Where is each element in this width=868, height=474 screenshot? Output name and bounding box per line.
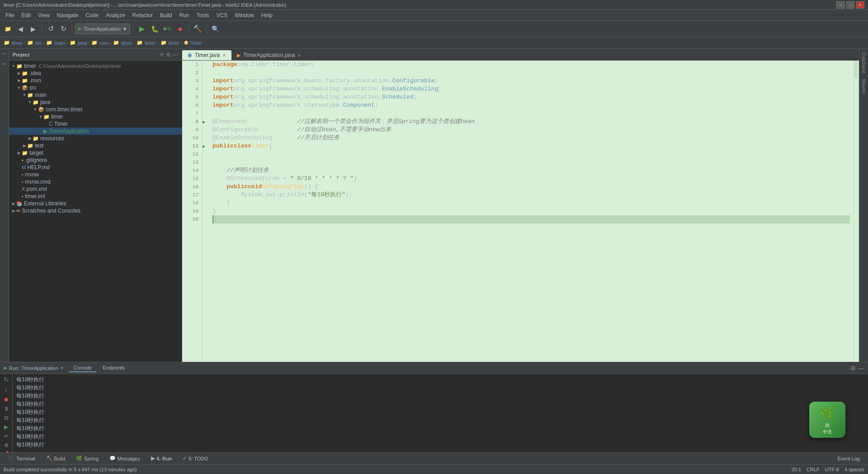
tree-src[interactable]: ▼ 📦 src [9,84,182,91]
menu-window[interactable]: Window [231,11,258,19]
toolbar-back-button[interactable]: ◀ [14,23,26,35]
close-button[interactable]: ✕ [856,1,864,9]
tree-pom-xml[interactable]: X pom.xml [9,185,182,193]
tree-help-md[interactable]: M HELP.md [9,164,182,171]
panel-minimize-button[interactable]: — [173,52,178,58]
left-tab-structure[interactable]: 1 [1,51,8,57]
tab-timer-application-java[interactable]: ▶ TimerApplication.java ✕ [231,50,307,60]
toolbar-redo-button[interactable]: ↻ [57,23,69,35]
bli-clear[interactable]: ⊗ [4,442,9,448]
rsb-database[interactable]: Database [860,51,868,76]
code-content[interactable]: package com.timer.timer.timer; import or… [209,61,854,362]
tree-timer-folder[interactable]: ▼ 📁 timer [9,113,182,120]
tab-close-button[interactable]: ✕ [222,53,226,58]
menu-tools[interactable]: Tools [193,11,213,19]
breadcrumb-timer3[interactable]: timer [145,40,156,46]
breadcrumb-timer-class[interactable]: Timer [189,40,202,46]
tree-scratches[interactable]: ▶ ✏ Scratches and Consoles [9,207,182,214]
breadcrumb-com[interactable]: com [99,40,109,46]
tree-gitignore[interactable]: ▪ .gitignore [9,156,182,164]
menu-refactor[interactable]: Refactor [129,11,156,19]
tool-terminal[interactable]: ⬛ Terminal [4,455,40,462]
bli-rerun[interactable]: ↻ [4,376,9,383]
bli-pin[interactable]: 📌 [3,451,9,452]
breadcrumb-java[interactable]: java [78,40,87,46]
tree-target[interactable]: ▶ 📁 target [9,149,182,156]
tree-resources[interactable]: ▶ 📁 resources [9,135,182,142]
bottom-minimize-button[interactable]: — [858,365,864,372]
bli-pause[interactable]: ⏸ [4,406,9,412]
toolbar-undo-button[interactable]: ↺ [45,23,57,35]
menu-edit[interactable]: Edit [18,11,34,19]
indent-info[interactable]: 4 spaces [844,467,864,472]
menu-build[interactable]: Build [156,11,176,19]
toolbar-run-coverage-button[interactable]: ▶% [161,23,173,35]
bottom-tabs-bar: ▶ Run: TimerApplication ✕ Console Endpoi… [0,362,868,374]
btab-endpoints[interactable]: Endpoints [98,364,129,372]
run-close-button[interactable]: ✕ [60,365,64,370]
tree-test[interactable]: ▶ 📁 test [9,142,182,149]
breadcrumb-timer[interactable]: timer [12,40,23,46]
terminal-label: Terminal [16,456,35,461]
menu-analyze[interactable]: Analyze [102,11,129,19]
tool-run[interactable]: ▶ 4: Run [146,455,176,462]
panel-settings-button[interactable]: ⚙ [166,52,171,58]
tree-root-timer[interactable]: ▼ 📁 timer C:\Users\Administrator\Desktop… [9,62,182,70]
menu-navigate[interactable]: Navigate [53,11,82,19]
toolbar-search-button[interactable]: 🔍 [209,23,221,35]
menu-code[interactable]: Code [82,11,102,19]
event-log-button[interactable]: Event Log [833,455,864,462]
tool-messages[interactable]: 💬 Messages [105,455,145,462]
run-marker-11[interactable]: ▶ [203,143,206,149]
tree-main[interactable]: ▼ 📁 main [9,91,182,99]
tree-timer-application[interactable]: ▶ TimerApplication [9,128,182,135]
bli-run-again[interactable]: ▶ [4,424,8,430]
breadcrumb-timer2[interactable]: timer [121,40,132,46]
tree-idea[interactable]: ▶ 📁 .idea [9,70,182,77]
toolbar-build-button[interactable]: 🔨 [192,23,203,35]
btab-console[interactable]: Console [69,364,96,372]
menu-vcs[interactable]: VCS [213,11,231,19]
toolbar-stop-button[interactable]: ■ [174,23,186,35]
breadcrumb-timer4[interactable]: timer [169,40,179,46]
tree-package[interactable]: ▼ 📦 com.timer.timer [9,106,182,113]
toolbar-forward-button[interactable]: ▶ [27,23,39,35]
tab-timer-java[interactable]: ⬟ Timer.java ✕ [182,50,231,60]
line-ending[interactable]: CRLF [807,467,820,472]
bli-wrap[interactable]: ↵ [4,433,9,439]
cursor-position[interactable]: 20:1 [792,467,801,472]
left-tab-favorites[interactable]: 2 [1,61,8,67]
bli-stop[interactable]: ■ [4,396,8,403]
minimize-button[interactable]: ─ [836,1,844,9]
menu-view[interactable]: View [34,11,53,19]
run-config-selector[interactable]: ▶ TimerApplication ▼ [75,24,130,34]
panel-sync-button[interactable]: ⟳ [160,52,164,58]
tree-mvn[interactable]: ▶ 📁 .mvn [9,77,182,84]
tree-timer-class[interactable]: C Timer [9,120,182,128]
bli-filter[interactable]: ⊟ [4,415,9,421]
breadcrumb-main[interactable]: main [54,40,65,46]
breadcrumb-src[interactable]: src [35,40,42,46]
tree-external-libs[interactable]: ▶ 📚 External Libraries [9,200,182,207]
toolbar-debug-button[interactable]: 🐛 [149,23,160,35]
maximize-button[interactable]: □ [846,1,854,9]
rsb-maven[interactable]: Maven [860,77,868,96]
encoding[interactable]: UTF-8 [825,467,839,472]
menu-help[interactable]: Help [258,11,276,19]
tree-mvnw-cmd[interactable]: ▪ mvnw.cmd [9,178,182,185]
menu-file[interactable]: File [2,11,18,19]
tool-build[interactable]: 🔨 Build [42,455,70,462]
menu-run[interactable]: Run [176,11,193,19]
bli-scroll-end[interactable]: ↓ [5,386,8,393]
run-marker-8[interactable]: ▶ [203,119,206,125]
tree-mvnw[interactable]: ▪ mvnw [9,171,182,178]
code-editor[interactable]: 1 2 3 4 5 6 7 8 9 10 11 12 13 14 15 16 1… [182,61,859,362]
tool-todo[interactable]: ✓ 6: TODO [178,455,213,462]
tab-close-button2[interactable]: ✕ [297,53,301,58]
bottom-settings-button[interactable]: ⚙ [850,365,856,372]
toolbar-run-button[interactable]: ▶ [136,23,148,35]
tree-java[interactable]: ▼ 📁 java [9,99,182,106]
tool-spring[interactable]: 🌿 Spring [71,455,103,462]
tree-timer-iml[interactable]: ▪ timer.iml [9,193,182,200]
editor-scrollbar[interactable] [854,61,859,362]
